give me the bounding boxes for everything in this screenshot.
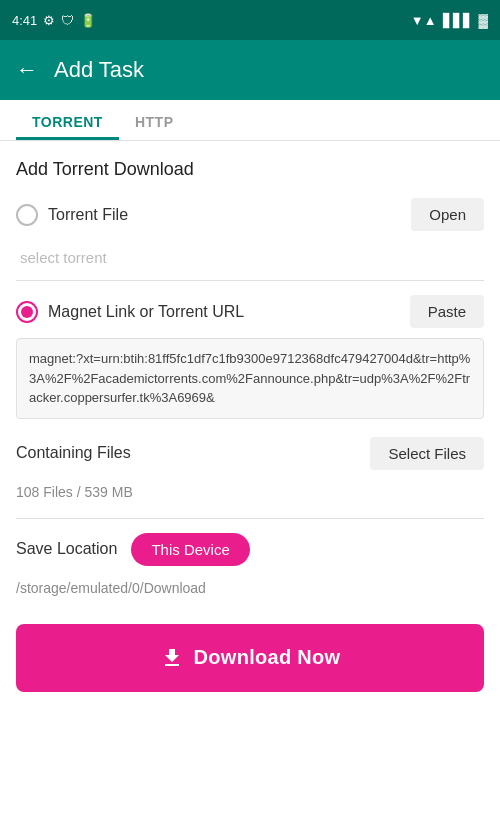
magnet-option-left: Magnet Link or Torrent URL xyxy=(16,301,244,323)
containing-files-label: Containing Files xyxy=(16,444,131,462)
toolbar: ← Add Task xyxy=(0,40,500,100)
wifi-icon: ▼▲ xyxy=(411,13,437,28)
download-now-button[interactable]: Download Now xyxy=(16,624,484,692)
magnet-url-display[interactable]: magnet:?xt=urn:btih:81ff5fc1df7c1fb9300e… xyxy=(16,338,484,419)
magnet-option-row: Magnet Link or Torrent URL Paste xyxy=(16,295,484,328)
torrent-file-option-left: Torrent File xyxy=(16,204,128,226)
section-title: Add Torrent Download xyxy=(16,159,484,180)
signal-icon: ▋▋▋ xyxy=(443,13,473,28)
download-icon xyxy=(160,646,184,670)
main-content: Add Torrent Download Torrent File Open s… xyxy=(0,141,500,710)
files-count: 108 Files / 539 MB xyxy=(16,480,484,514)
save-location-row: Save Location This Device xyxy=(16,533,484,566)
storage-path: /storage/emulated/0/Download xyxy=(16,576,484,614)
paste-button[interactable]: Paste xyxy=(410,295,484,328)
torrent-file-option-row: Torrent File Open xyxy=(16,198,484,231)
open-button[interactable]: Open xyxy=(411,198,484,231)
download-now-label: Download Now xyxy=(194,646,341,669)
torrent-file-radio[interactable] xyxy=(16,204,38,226)
status-left: 4:41 ⚙ 🛡 🔋 xyxy=(12,13,96,28)
torrent-file-label: Torrent File xyxy=(48,206,128,224)
containing-files-row: Containing Files Select Files xyxy=(16,437,484,470)
status-bar: 4:41 ⚙ 🛡 🔋 ▼▲ ▋▋▋ ▓ xyxy=(0,0,500,40)
shield-icon: 🛡 xyxy=(61,13,74,28)
tab-torrent[interactable]: TORRENT xyxy=(16,100,119,140)
divider xyxy=(16,518,484,519)
time-display: 4:41 xyxy=(12,13,37,28)
magnet-radio[interactable] xyxy=(16,301,38,323)
save-location-label: Save Location xyxy=(16,540,117,558)
settings-icon: ⚙ xyxy=(43,13,55,28)
select-files-button[interactable]: Select Files xyxy=(370,437,484,470)
battery-charging-icon: 🔋 xyxy=(80,13,96,28)
tab-http[interactable]: HTTP xyxy=(119,100,190,140)
toolbar-title: Add Task xyxy=(54,57,144,83)
this-device-button[interactable]: This Device xyxy=(131,533,249,566)
status-right: ▼▲ ▋▋▋ ▓ xyxy=(411,13,488,28)
magnet-radio-inner xyxy=(21,306,33,318)
select-torrent-placeholder: select torrent xyxy=(16,241,484,281)
battery-icon: ▓ xyxy=(479,13,488,28)
magnet-label: Magnet Link or Torrent URL xyxy=(48,303,244,321)
tabs-bar: TORRENT HTTP xyxy=(0,100,500,141)
back-button[interactable]: ← xyxy=(16,57,38,83)
